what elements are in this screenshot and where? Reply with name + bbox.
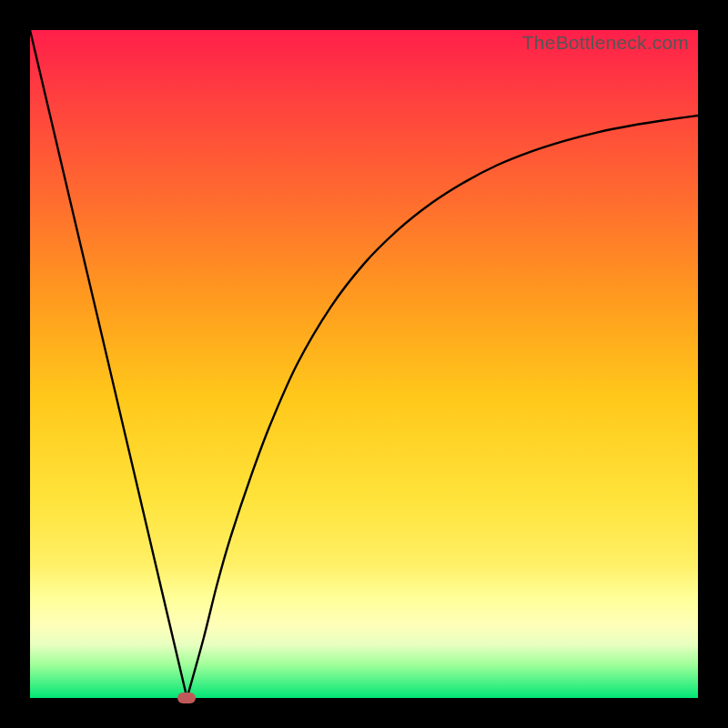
plot-area: TheBottleneck.com: [30, 30, 698, 698]
chart-frame: TheBottleneck.com: [0, 0, 728, 728]
bottleneck-curve: [30, 30, 698, 698]
optimal-point-marker: [177, 693, 196, 703]
